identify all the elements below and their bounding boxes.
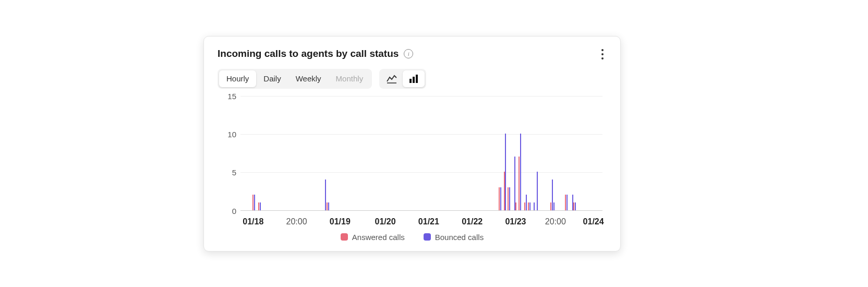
more-options-button[interactable] [596,48,609,61]
bar-answered [504,172,505,210]
line-chart-icon [387,74,397,83]
bar-answered [573,202,574,210]
chart-area: 051015 01/1820:0001/1901/2001/2101/2201/… [218,96,607,226]
bar-answered [519,157,520,210]
y-tick: 5 [218,168,236,177]
bar-bounced [552,180,553,210]
legend-label-answered: Answered calls [352,233,405,242]
bar-bounced [529,202,531,210]
bar-answered [252,195,254,210]
bar-chart-icon [408,74,419,83]
bar-answered [499,187,500,210]
bar-answered [528,202,529,210]
x-tick: 01/23 [505,217,526,226]
legend-label-bounced: Bounced calls [435,233,484,242]
bar-bounced [325,180,326,210]
x-tick: 20:00 [286,217,307,226]
bar-bounced [500,187,501,210]
bar-answered [258,202,259,210]
bar-bounced [520,134,521,210]
timeframe-weekly[interactable]: Weekly [288,70,329,87]
svg-rect-1 [409,79,412,83]
legend-swatch-answered [341,233,348,241]
bar-bounced [514,157,515,210]
x-tick: 01/24 [583,217,604,226]
bar-bounced [537,172,538,210]
timeframe-hourly[interactable]: Hourly [219,70,256,87]
bar-bounced [572,195,573,210]
bar-bounced [328,202,329,210]
card-header: Incoming calls to agents by call status … [218,48,607,59]
svg-rect-2 [413,77,415,83]
bar-bounced [260,202,261,210]
info-icon[interactable]: i [404,49,413,58]
bar-answered [508,187,509,210]
legend-bounced[interactable]: Bounced calls [424,233,484,242]
bar-answered [550,202,551,210]
bar-bounced [566,195,568,210]
bar-bounced [534,202,535,210]
bar-answered [565,195,566,210]
card-title: Incoming calls to agents by call status [218,48,399,59]
chart-card: Incoming calls to agents by call status … [203,36,621,252]
svg-rect-3 [416,75,418,83]
bar-bounced [575,202,576,210]
x-tick: 01/20 [375,217,396,226]
chart-type-toggle [379,69,426,89]
bar-answered [524,202,525,210]
bar-answered [515,202,516,210]
chart-plot [240,96,602,211]
timeframe-monthly: Monthly [329,70,371,87]
chart-controls: Hourly Daily Weekly Monthly [218,69,607,89]
bar-bounced [509,187,510,210]
x-tick: 20:00 [545,217,566,226]
bar-chart-button[interactable] [403,70,425,87]
chart-legend: Answered calls Bounced calls [218,233,607,242]
bar-bounced [505,134,506,210]
bar-bounced [553,202,554,210]
x-tick: 01/19 [330,217,351,226]
x-tick: 01/18 [243,217,263,226]
y-tick: 10 [218,129,236,138]
x-tick: 01/21 [418,217,439,226]
bar-answered [327,202,328,210]
timeframe-daily[interactable]: Daily [256,70,288,87]
x-tick: 01/22 [462,217,483,226]
y-tick: 15 [218,91,236,100]
legend-answered[interactable]: Answered calls [341,233,405,242]
y-tick: 0 [218,206,236,215]
line-chart-button[interactable] [381,70,403,87]
legend-swatch-bounced [424,233,431,241]
bar-bounced [526,195,527,210]
bar-bounced [254,195,255,210]
timeframe-segment: Hourly Daily Weekly Monthly [218,69,372,89]
